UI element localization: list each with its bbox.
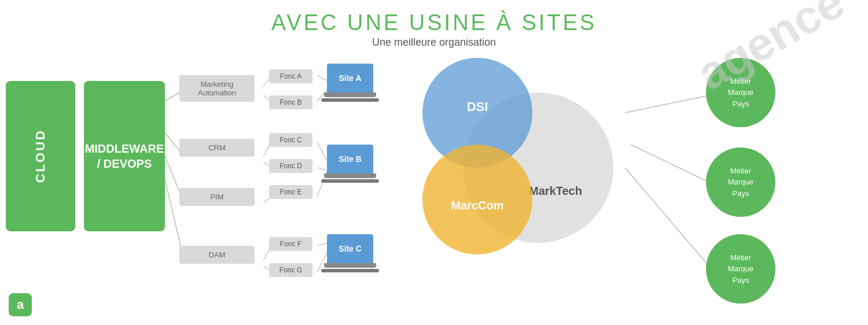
cloud-block: CLOUD [6, 81, 75, 231]
marccom-label: MarcCom [451, 199, 503, 212]
green-circle-2-label: MétierMarquePays [728, 165, 753, 200]
func-e: Fonc E [269, 185, 312, 199]
site-b-screen: Site B [327, 145, 373, 173]
middleware-block: MIDDLEWARE/ DEVOPS [84, 81, 165, 231]
green-circle-1: MétierMarquePays [706, 58, 775, 127]
green-circle-3-label: MétierMarquePays [728, 252, 753, 286]
diagram-area: CLOUD MIDDLEWARE/ DEVOPS MarketingAutoma… [0, 64, 868, 325]
logo-letter: a [17, 297, 24, 312]
func-d: Fonc D [269, 159, 312, 173]
site-b-label: Site B [339, 154, 362, 164]
site-a-label: Site A [339, 73, 361, 83]
category-crm: CRM [179, 139, 255, 157]
laptop-c-base [324, 263, 376, 268]
site-a-item: Site A [324, 64, 376, 101]
site-c-label: Site C [339, 244, 362, 253]
marktech-label: MarkTech [529, 184, 582, 198]
laptop-b-bottom [321, 179, 379, 183]
green-circle-1-label: MétierMarquePays [728, 76, 753, 110]
laptop-a: Site A [324, 64, 376, 101]
main-title: AVEC UNE USINE À SITES [0, 10, 868, 35]
category-dam: DAM [179, 246, 255, 264]
func-f: Fonc F [269, 237, 312, 251]
laptop-c: Site C [324, 234, 376, 272]
middleware-label: MIDDLEWARE/ DEVOPS [85, 141, 164, 171]
laptop-a-bottom [321, 98, 379, 102]
cloud-label: CLOUD [33, 129, 48, 183]
func-c: Fonc C [269, 133, 312, 147]
laptop-b-base [324, 173, 376, 178]
subtitle: Une meilleure organisation [0, 36, 868, 49]
green-circle-2: MétierMarquePays [706, 147, 775, 217]
laptop-c-bottom [321, 269, 379, 272]
func-g: Fonc G [269, 263, 312, 277]
circle-marccom: MarcCom [422, 145, 532, 254]
site-a-screen: Site A [327, 64, 373, 93]
site-c-item: Site C [324, 234, 376, 272]
venn-area: MarkTech DSI MarcCom [405, 52, 590, 295]
dsi-label: DSI [467, 99, 488, 115]
site-c-screen: Site C [327, 234, 373, 263]
site-b-item: Site B [324, 145, 376, 182]
laptop-a-base [324, 93, 376, 97]
func-b: Fonc B [269, 95, 312, 109]
page-title-area: AVEC UNE USINE À SITES Une meilleure org… [0, 0, 868, 49]
logo: a [9, 293, 32, 316]
func-a: Fonc A [269, 69, 312, 83]
category-pim: PIM [179, 188, 255, 206]
laptop-b: Site B [324, 145, 376, 182]
green-circle-3: MétierMarquePays [706, 234, 775, 304]
category-marketing: MarketingAutomation [179, 75, 255, 102]
